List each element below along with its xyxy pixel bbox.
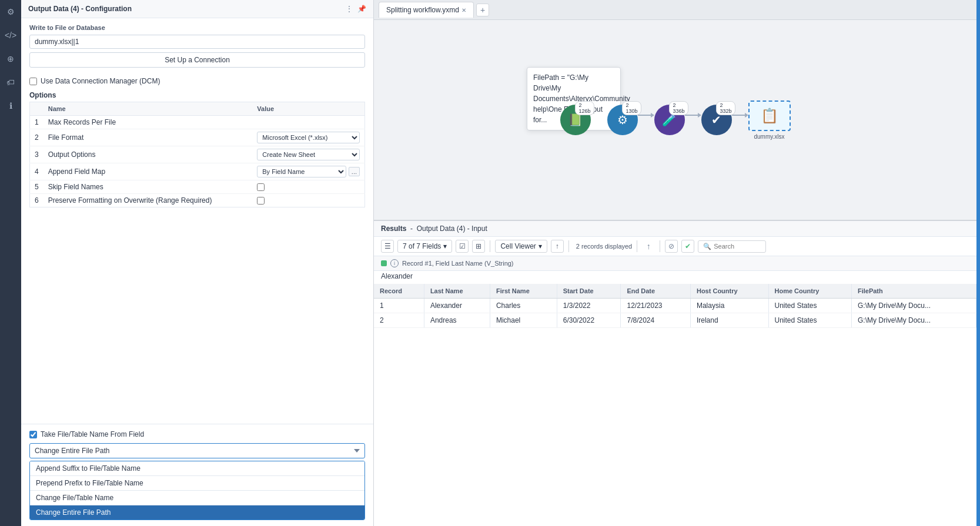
- more-options-icon[interactable]: ⋮: [346, 5, 353, 13]
- table-row: 1 Alexander Charles 1/3/2022 12/21/2023 …: [374, 299, 976, 313]
- write-to-section: Write to File or Database Set Up a Conne…: [21, 18, 373, 73]
- append-field-map-select[interactable]: By Field Name: [257, 166, 346, 177]
- option-name: Max Records Per File: [44, 116, 253, 129]
- col-header-value: Value: [252, 102, 364, 116]
- bottom-section: Take File/Table Name From Field Change E…: [21, 424, 373, 526]
- options-label: Options: [21, 89, 373, 102]
- tab-label: Splitting workflow.yxmd: [386, 6, 459, 14]
- cell-record: 1: [374, 299, 424, 313]
- cell-start-date: 1/3/2022: [557, 299, 621, 313]
- fields-button[interactable]: 7 of 7 Fields ▾: [397, 240, 452, 253]
- output-node[interactable]: 📋 dummy.xlsx: [748, 100, 791, 140]
- grid-icon-btn[interactable]: ⊞: [472, 240, 485, 253]
- field-dropdown[interactable]: Change Entire File Path: [29, 443, 365, 458]
- tab-close-icon[interactable]: ✕: [461, 7, 466, 14]
- node-circle-2: ⚙ 2130b: [607, 105, 638, 135]
- cell-host-country: Ireland: [690, 313, 768, 328]
- cell-start-date: 6/30/2022: [557, 313, 621, 328]
- node-badge-2: 2130b: [622, 101, 641, 115]
- cancel-icon-btn[interactable]: ⊘: [665, 240, 678, 253]
- node-badge-3: 2336b: [669, 101, 688, 115]
- header-icons: ⋮ 📌: [346, 5, 366, 13]
- cell-host-country: Malaysia: [690, 299, 768, 313]
- th-end-date: End Date: [621, 284, 691, 299]
- row-num: 1: [30, 116, 44, 129]
- workflow-node-1[interactable]: 📗 2126b: [560, 105, 591, 135]
- table-row: 4 Append Field Map By Field Name ...: [30, 163, 365, 180]
- results-label: Results: [381, 225, 406, 233]
- dropdown-item-prepend[interactable]: Prepend Prefix to File/Table Name: [30, 476, 364, 491]
- cell-viewer-label: Cell Viewer: [500, 242, 536, 250]
- dcm-checkbox[interactable]: [29, 78, 37, 85]
- canvas-area: 📗 2126b ⚙ 2130b �: [374, 20, 976, 220]
- option-name: File Format: [44, 129, 253, 146]
- table-row: 2 Andreas Michael 6/30/2022 7/8/2024 Ire…: [374, 313, 976, 328]
- file-format-select[interactable]: Microsoft Excel (*.xlsx): [257, 132, 360, 143]
- cell-last-name: Alexander: [424, 299, 490, 313]
- list-icon-btn[interactable]: ☰: [381, 240, 394, 253]
- dropdown-item-change-table[interactable]: Change File/Table Name: [30, 491, 364, 505]
- output-options-select[interactable]: Create New Sheet: [257, 149, 360, 160]
- node-circle-3: 🧪 2336b: [654, 105, 685, 135]
- filter-icon-btn[interactable]: ↑: [551, 240, 564, 253]
- option-value: Create New Sheet: [252, 146, 364, 163]
- divider-2: [568, 240, 569, 252]
- search-box: 🔍: [698, 240, 766, 253]
- pin-icon[interactable]: 📌: [357, 5, 366, 13]
- cell-filepath: G:\My Drive\My Docu...: [851, 313, 976, 328]
- sidebar: ⚙ </> ⊕ 🏷 ℹ: [0, 0, 21, 526]
- table-row: 2 File Format Microsoft Excel (*.xlsx): [30, 129, 365, 146]
- th-filepath: FilePath: [851, 284, 976, 299]
- dcm-label: Use Data Connection Manager (DCM): [41, 77, 160, 85]
- option-value: [252, 194, 364, 207]
- divider-1: [490, 240, 490, 252]
- option-name: Output Options: [44, 146, 253, 163]
- skip-field-names-checkbox[interactable]: [257, 183, 265, 191]
- sort-up-btn[interactable]: ↑: [642, 240, 655, 253]
- th-record: Record: [374, 284, 424, 299]
- sidebar-icon-settings[interactable]: ⚙: [4, 5, 18, 19]
- cell-filepath: G:\My Drive\My Docu...: [851, 299, 976, 313]
- option-value: [252, 180, 364, 194]
- setup-connection-button[interactable]: Set Up a Connection: [29, 52, 365, 68]
- record-info-text: Record #1, Field Last Name (V_String): [402, 260, 514, 267]
- workflow-node-3[interactable]: 🧪 2336b: [654, 105, 685, 135]
- record-info-bar: i Record #1, Field Last Name (V_String): [374, 256, 976, 271]
- take-field-checkbox[interactable]: [29, 431, 37, 438]
- th-first-name: First Name: [490, 284, 557, 299]
- sidebar-icon-tag[interactable]: 🏷: [4, 75, 18, 89]
- search-input[interactable]: [714, 243, 761, 250]
- sidebar-icon-plus-circle[interactable]: ⊕: [4, 52, 18, 66]
- th-last-name: Last Name: [424, 284, 490, 299]
- cell-viewer-button[interactable]: Cell Viewer ▾: [495, 240, 547, 253]
- th-host-country: Host Country: [690, 284, 768, 299]
- cell-first-name: Charles: [490, 299, 557, 313]
- row-num: 4: [30, 163, 44, 180]
- dropdown-item-change-path[interactable]: Change Entire File Path: [30, 505, 364, 520]
- row-num: 2: [30, 129, 44, 146]
- tab-add-button[interactable]: +: [476, 4, 489, 16]
- dropdown-item-append[interactable]: Append Suffix to File/Table Name: [30, 461, 364, 476]
- sidebar-icon-info[interactable]: ℹ: [4, 99, 18, 113]
- tab-workflow[interactable]: Splitting workflow.yxmd ✕: [379, 2, 474, 18]
- cell-record: 2: [374, 313, 424, 328]
- sidebar-icon-code[interactable]: </>: [4, 28, 18, 42]
- option-value: By Field Name ...: [252, 163, 364, 180]
- workflow-node-2[interactable]: ⚙ 2130b: [607, 105, 638, 135]
- file-path-input[interactable]: [29, 35, 365, 49]
- th-start-date: Start Date: [557, 284, 621, 299]
- output-label: dummy.xlsx: [754, 133, 784, 140]
- confirm-icon-btn[interactable]: ✔: [681, 240, 694, 253]
- right-accent-bar: [976, 0, 980, 526]
- check-icon-btn[interactable]: ☑: [456, 240, 469, 253]
- node-badge-4: 2332b: [716, 101, 735, 115]
- take-field-row: Take File/Table Name From Field: [29, 430, 365, 438]
- tab-bar: Splitting workflow.yxmd ✕ +: [374, 0, 976, 20]
- node-circle-4: ✔ 2332b: [701, 105, 732, 135]
- ellipsis-button[interactable]: ...: [349, 167, 360, 176]
- workflow-node-4[interactable]: ✔ 2332b: [701, 105, 732, 135]
- option-name: Preserve Formatting on Overwrite (Range …: [44, 194, 253, 207]
- left-panel-header: Output Data (4) - Configuration ⋮ 📌: [21, 0, 373, 18]
- preserve-formatting-checkbox[interactable]: [257, 197, 265, 205]
- cell-end-date: 7/8/2024: [621, 313, 691, 328]
